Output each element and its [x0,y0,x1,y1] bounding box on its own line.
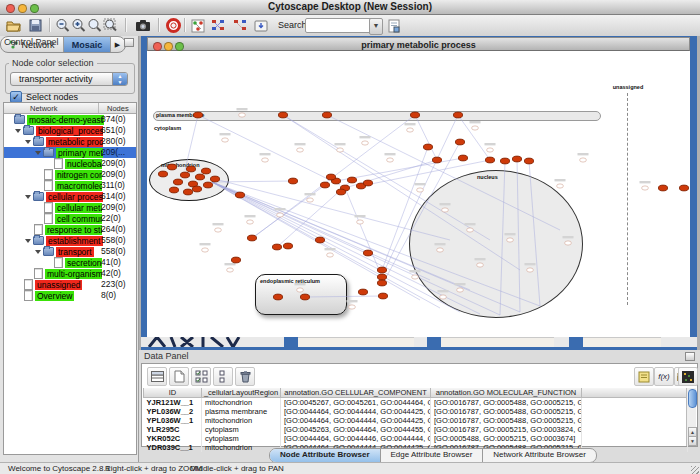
search-input[interactable] [305,18,373,33]
network-node[interactable] [300,294,309,300]
tab-edge-attribute-browser[interactable]: Edge Attribute Browser [381,449,484,462]
expander-icon[interactable] [35,151,41,155]
network-node-small[interactable] [527,268,534,272]
table-cell[interactable]: [GO:0044464, GO:0044444, GO:0044425, G..… [281,407,431,416]
network-node-small[interactable] [442,208,449,212]
tree-row-unassigned[interactable]: unassigned223(0) [4,279,136,290]
table-column-id[interactable]: ID [144,388,202,398]
network-node-small[interactable] [239,113,246,117]
network-node-small[interactable] [307,198,314,202]
expander-icon[interactable] [35,250,41,254]
tree-row-cellular-process[interactable]: cellular process614(0) [4,191,136,202]
tree-col-network[interactable]: Network [30,104,58,113]
tree-row-nitrogen-compo[interactable]: nitrogen compo209(0) [4,169,136,180]
table-cell[interactable]: cytoplasm [202,425,281,434]
network-node-small[interactable] [222,138,229,142]
network-node[interactable] [363,250,372,256]
background-window[interactable] [569,337,583,347]
network-node[interactable] [283,243,292,249]
scrollbar-thumb[interactable] [688,389,697,408]
table-cell[interactable]: cytoplasm [202,434,281,443]
network-node[interactable] [195,174,204,180]
tree-row-nucleobase-c[interactable]: nucleobase-c209(0) [4,158,136,169]
network-node[interactable] [173,179,182,185]
table-column-annotation-go-cellular-component[interactable]: annotation.GO CELLULAR_COMPONENT [281,388,431,398]
expander-icon[interactable] [25,140,31,144]
network-node-small[interactable] [557,184,564,188]
tree-col-nodes[interactable]: Nodes [107,104,129,113]
resize-grip[interactable] [691,466,699,474]
tree-row-macromolecule[interactable]: macromolecule311(0) [4,180,136,191]
tab-network-attribute-browser[interactable]: Network Attribute Browser [483,449,595,462]
search-dropdown-arrow[interactable]: ▼ [369,18,383,35]
network-node[interactable] [273,294,282,300]
save-session-icon[interactable] [26,17,44,34]
table-cell[interactable]: [GO:0044464, GO:0044446, GO:0044444, G..… [281,434,431,443]
tree-row-metabolic-process[interactable]: metabolic process280(0) [4,136,136,147]
attribute-matrix-icon[interactable] [678,367,698,386]
network-node-small[interactable] [357,220,364,224]
tree-row-establishment-of-lo[interactable]: establishment of lo558(0) [4,235,136,246]
table-cell[interactable]: [GO:0044464, GO:0044444, GO:0044425, G..… [281,416,431,425]
network-node-small[interactable] [202,248,209,252]
network-node-small[interactable] [412,275,419,279]
help-icon[interactable] [164,17,182,34]
network-node-small[interactable] [227,268,234,272]
tree-row-transport[interactable]: transport558(0) [4,246,136,257]
network-node[interactable] [432,157,441,163]
table-cell[interactable]: YLR295C [144,425,202,434]
notes-icon[interactable] [634,367,654,386]
network-node-small[interactable] [215,228,222,232]
network-node[interactable] [326,174,335,180]
table-row-ypl036w-2[interactable]: YPL036W__2plasma membrane[GO:0044464, GO… [144,407,688,416]
network-node-small[interactable] [387,158,394,162]
network-node[interactable] [423,144,432,150]
background-window[interactable] [427,337,441,347]
tree-row-mosaic-demo-yeast[interactable]: mosaic-demo-yeast874(0) [4,114,136,125]
create-attribute-icon[interactable] [169,367,189,386]
network-node-small[interactable] [467,228,474,232]
network-node[interactable] [322,112,331,118]
network-node[interactable] [378,293,387,299]
network-node[interactable] [377,274,386,280]
function-builder-icon[interactable]: f(x) [654,367,674,386]
new-network-selected-edges-icon[interactable] [231,17,249,34]
search-options-icon[interactable] [385,17,403,34]
open-session-icon[interactable] [4,17,22,34]
network-node-small[interactable] [337,148,344,152]
network-node[interactable] [453,112,462,118]
tree-row-secretion[interactable]: secretion41(0) [4,257,136,268]
float-panel-icon[interactable] [124,38,134,47]
table-row-ylr295c[interactable]: YLR295Ccytoplasm[GO:0045263, GO:0044464,… [144,425,688,434]
tree-row-response-to-stimulu[interactable]: response to stimulu264(0) [4,224,136,235]
network-node[interactable] [180,172,189,178]
network-node[interactable] [377,267,386,273]
table-row-yjr121w-1[interactable]: YJR121W__1mitochondrion[GO:0045267, GO:0… [144,398,688,408]
network-node[interactable] [272,244,281,250]
network-node[interactable] [358,289,367,295]
network-node[interactable] [315,237,324,243]
table-cell[interactable]: YDR039C__1 [144,443,202,452]
network-node[interactable] [183,189,192,195]
table-cell[interactable]: [GO:0045267, GO:0045261, GO:0044464, G..… [281,398,431,408]
table-cell[interactable]: plasma membrane [202,407,281,416]
network-node[interactable] [235,192,244,198]
expander-icon[interactable] [25,239,31,243]
table-cell[interactable]: YPL036W__2 [144,407,202,416]
scroll-down-icon[interactable]: ▼ [688,436,697,446]
table-column-cellularlayoutregion[interactable]: _cellularLayoutRegion [202,388,281,398]
table-row-ykr052c[interactable]: YKR052Ccytoplasm[GO:0044464, GO:0044446,… [144,434,688,443]
node-color-dropdown[interactable]: transporter activity ▲▼ [10,72,128,86]
network-node[interactable] [247,235,256,241]
network-node-small[interactable] [297,148,304,152]
select-rows-icon[interactable] [213,367,233,386]
network-window-titlebar[interactable]: primary metabolic process [147,37,690,51]
network-node[interactable] [231,257,240,263]
attribute-select-icon[interactable] [147,367,167,386]
network-node[interactable] [363,180,372,186]
expander-icon[interactable] [25,195,31,199]
table-cell[interactable]: mitochondrion [202,398,281,408]
new-network-all-edges-icon[interactable] [209,17,227,34]
network-node-small[interactable] [507,238,514,242]
table-cell[interactable]: mitochondrion [202,443,281,452]
